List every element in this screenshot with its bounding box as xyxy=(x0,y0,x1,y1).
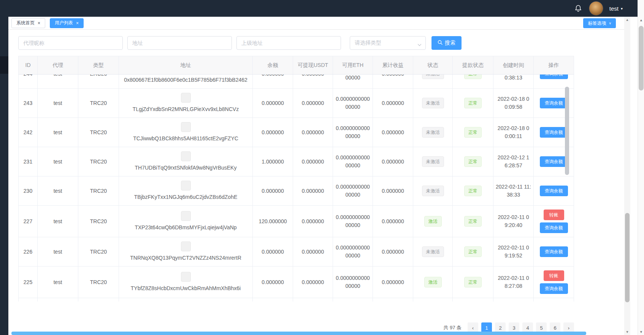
cell xyxy=(19,298,38,302)
scroll-down-icon[interactable]: ▼ xyxy=(624,330,630,334)
cell-agent: test xyxy=(38,89,78,117)
parent-address-input[interactable] xyxy=(236,36,341,50)
table-scrollbar-thumb[interactable] xyxy=(565,87,569,175)
column-header: 代理 xyxy=(38,56,78,74)
cell-agent: test xyxy=(38,206,78,237)
chevron-down-icon: ∨ xyxy=(609,21,611,25)
cell-eth: 0.000000000000000 xyxy=(333,75,373,88)
tab-user-list[interactable]: 用户列表 × xyxy=(50,18,84,28)
action-buttons: 转账查询余额 xyxy=(540,270,568,294)
query-balance-button[interactable]: 查询余额 xyxy=(540,75,568,79)
cell-balance: 0.000000 xyxy=(253,267,293,298)
cell-eth: 0.000000000000000 xyxy=(333,89,373,117)
cell-actions: 查询余额 xyxy=(534,75,574,88)
tab-label: 系统首页 xyxy=(16,20,35,26)
scroll-up-icon[interactable]: ▲ xyxy=(638,18,644,22)
notification-bell-icon[interactable] xyxy=(574,4,583,13)
cell-profit: 0.000000 xyxy=(373,237,413,266)
tag-options-label: 标签选项 xyxy=(588,20,606,27)
query-balance-button[interactable]: 查询余额 xyxy=(540,246,568,257)
cell-address: TNRNqXQ8Q13PqymCT2VNZZz4NS24mrertR xyxy=(119,237,253,266)
transfer-button[interactable]: 转账 xyxy=(544,270,564,281)
cell-actions: 查询余额 xyxy=(534,237,574,266)
search-button[interactable]: 搜索 xyxy=(431,36,462,50)
cell-address: TXP23t64cwQb6DBmsMYFjxLqiejw4jVaNp xyxy=(119,206,253,237)
cell-actions: 查询余额 xyxy=(534,176,574,205)
tab-system-home[interactable]: 系统首页 × xyxy=(11,18,45,28)
type-select[interactable]: 请选择类型 xyxy=(350,36,426,50)
cell-eth: 0.000000000000000 xyxy=(333,206,373,237)
page-scrollbar[interactable]: ▲ ▼ xyxy=(638,0,644,335)
column-header: 可提现USDT xyxy=(293,56,333,74)
content-scrollbar[interactable]: ▲ ▼ xyxy=(624,17,630,335)
topbar-right: test ▾ xyxy=(574,0,623,17)
cell-created: 2022-02-18 00:38:13 xyxy=(493,75,534,88)
sidebar-active-item[interactable] xyxy=(0,56,8,74)
query-balance-button[interactable]: 查询余额 xyxy=(540,186,568,196)
query-balance-button[interactable]: 查询余额 xyxy=(540,156,568,167)
withdraw-status-badge: 正常 xyxy=(464,186,482,196)
cell xyxy=(493,298,534,302)
cell-withdraw-status: 正常 xyxy=(453,267,493,298)
page-scrollbar-thumb[interactable] xyxy=(639,26,644,90)
cell-eth: 0.000000000000000 xyxy=(333,176,373,205)
close-icon[interactable]: × xyxy=(38,21,40,25)
cell-id: 244 xyxy=(19,75,38,88)
cell-withdraw-status: 正常 xyxy=(453,89,493,117)
user-avatar[interactable] xyxy=(589,1,603,16)
cell-created: 2022-02-11 08:27:08 xyxy=(493,267,534,298)
table-row: 242testTRC20TCJiwwbQ1BCk8hhs5AH81165ctE2… xyxy=(19,118,574,147)
transfer-button[interactable]: 转账 xyxy=(544,210,564,220)
cell-address: TBjbzFKyTxx1NGJq6m6uC2jdvZBs6dZohE xyxy=(119,176,253,205)
table-header-row: ID代理类型地址余额可提现USDT可用ETH累计收益状态提款状态创建时间操作 xyxy=(18,56,574,75)
cell-usdt: 0.000000 xyxy=(293,89,333,117)
cell xyxy=(119,298,253,302)
cell-actions: 转账查询余额 xyxy=(534,206,574,237)
cell-actions: 转账查询余额 xyxy=(534,267,574,298)
cell-type: TRC20 xyxy=(78,89,119,117)
status-badge: 激活 xyxy=(424,216,442,227)
table-row-partial xyxy=(19,298,574,302)
cell-type: TRC20 xyxy=(78,206,119,237)
address-input[interactable] xyxy=(127,36,232,50)
search-icon xyxy=(438,40,443,46)
type-select-placeholder: 请选择类型 xyxy=(355,40,381,46)
cell-balance: 0.000000 xyxy=(253,176,293,205)
collapsed-sidebar[interactable] xyxy=(0,17,8,335)
address-text: TYbfZ8Z8sHcbDxcmUwCkbRmAhMmXhBhx6i xyxy=(131,284,241,292)
query-balance-button[interactable]: 查询余额 xyxy=(540,222,568,233)
content-scrollbar-thumb[interactable] xyxy=(625,213,630,302)
query-balance-button[interactable]: 查询余额 xyxy=(540,98,568,108)
cell-type: TRC20 xyxy=(78,237,119,266)
cell-id: 243 xyxy=(19,89,38,117)
query-balance-button[interactable]: 查询余额 xyxy=(540,283,568,294)
qr-placeholder xyxy=(181,181,191,191)
action-buttons: 查询余额 xyxy=(540,75,568,79)
scroll-up-icon[interactable]: ▲ xyxy=(624,18,630,22)
cell-eth: 0.000000000000000 xyxy=(333,237,373,266)
horizontal-scrollbar-thumb[interactable] xyxy=(11,332,586,335)
cell-balance: 0.000000 xyxy=(253,237,293,266)
action-buttons: 查询余额 xyxy=(540,186,568,196)
query-balance-button[interactable]: 查询余额 xyxy=(540,127,568,138)
cell-balance: 0.000000 xyxy=(253,75,293,88)
close-icon[interactable]: × xyxy=(76,21,79,25)
agent-nickname-input[interactable] xyxy=(18,36,123,50)
cell-type: TRC20 xyxy=(78,176,119,205)
cell-created: 2022-02-11 09:19:52 xyxy=(493,237,534,266)
scroll-down-icon[interactable]: ▼ xyxy=(638,330,644,334)
topbar: test ▾ xyxy=(0,0,644,17)
cell-id: 242 xyxy=(19,118,38,147)
cell-created: 2022-02-18 00:00:11 xyxy=(493,118,534,147)
table-row: 226testTRC20TNRNqXQ8Q13PqymCT2VNZZz4NS24… xyxy=(19,237,574,267)
cell-profit: 0.000000 xyxy=(373,176,413,205)
cell-usdt: 0.000000 xyxy=(293,147,333,176)
cell-created: 2022-02-11 11:38:33 xyxy=(493,176,534,205)
table-row: 243testTRC20TLgjZdYxdbSnR2MNRLGPieXvv9xL… xyxy=(19,89,574,118)
column-header: ID xyxy=(19,56,38,74)
cell-status: 激活 xyxy=(413,206,453,237)
cell-agent: test xyxy=(38,176,78,205)
column-header: 创建时间 xyxy=(493,56,534,74)
user-menu[interactable]: test ▾ xyxy=(609,5,623,12)
tag-options-button[interactable]: 标签选项 ∨ xyxy=(583,18,616,28)
